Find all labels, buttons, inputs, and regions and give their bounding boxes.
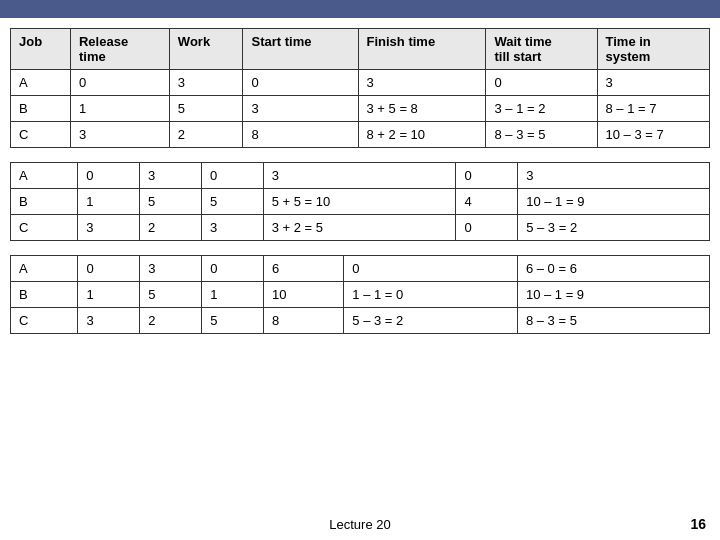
table-cell: 0 xyxy=(201,163,263,189)
table-3: A030606 – 0 = 6B151101 – 1 = 010 – 1 = 9… xyxy=(10,255,710,334)
table-cell: 1 xyxy=(78,189,140,215)
table-cell: 5 xyxy=(169,96,243,122)
table-cell: 5 xyxy=(201,189,263,215)
page-number: 16 xyxy=(690,516,706,532)
table-1: Job Releasetime Work Start time Finish t… xyxy=(10,28,710,148)
table-cell: 3 + 5 = 8 xyxy=(358,96,486,122)
table-cell: A xyxy=(11,256,78,282)
table-cell: 3 xyxy=(358,70,486,96)
table-cell: B xyxy=(11,189,78,215)
table-cell: 3 xyxy=(78,308,140,334)
table-row: A030303 xyxy=(11,163,710,189)
col-start-time: Start time xyxy=(243,29,358,70)
table-cell: C xyxy=(11,308,78,334)
table-cell: 0 xyxy=(456,163,518,189)
col-time-in-system: Time insystem xyxy=(597,29,709,70)
table-cell: 0 xyxy=(78,163,140,189)
table-row: C3288 + 2 = 108 – 3 = 510 – 3 = 7 xyxy=(11,122,710,148)
table-cell: 1 xyxy=(202,282,264,308)
table-cell: 8 – 1 = 7 xyxy=(597,96,709,122)
table-2: A030303B1555 + 5 = 10410 – 1 = 9C3233 + … xyxy=(10,162,710,241)
table-cell: 8 + 2 = 10 xyxy=(358,122,486,148)
table-cell: 3 xyxy=(263,163,456,189)
table-cell: 3 xyxy=(169,70,243,96)
table-cell: 0 xyxy=(202,256,264,282)
table-row: B151101 – 1 = 010 – 1 = 9 xyxy=(11,282,710,308)
table-cell: 8 xyxy=(264,308,344,334)
table-cell: 2 xyxy=(140,215,202,241)
table-cell: B xyxy=(11,282,78,308)
table-cell: 1 – 1 = 0 xyxy=(344,282,518,308)
table-cell: 5 – 3 = 2 xyxy=(518,215,710,241)
table-cell: C xyxy=(11,215,78,241)
table-cell: 3 xyxy=(140,163,202,189)
table-cell: 3 xyxy=(70,122,169,148)
col-job: Job xyxy=(11,29,71,70)
table-cell: 0 xyxy=(344,256,518,282)
table-cell: 3 + 2 = 5 xyxy=(263,215,456,241)
table-cell: 6 xyxy=(264,256,344,282)
table-cell: 5 – 3 = 2 xyxy=(344,308,518,334)
table-cell: 1 xyxy=(70,96,169,122)
table-cell: 3 – 1 = 2 xyxy=(486,96,597,122)
table-row: A030303 xyxy=(11,70,710,96)
table-cell: 5 xyxy=(202,308,264,334)
table-cell: A xyxy=(11,70,71,96)
table-cell: 10 – 3 = 7 xyxy=(597,122,709,148)
col-wait-time: Wait timetill start xyxy=(486,29,597,70)
table-row: C32585 – 3 = 28 – 3 = 5 xyxy=(11,308,710,334)
table-cell: 6 – 0 = 6 xyxy=(517,256,709,282)
header-bar xyxy=(0,0,720,18)
table-cell: 3 xyxy=(78,215,140,241)
table-cell: 2 xyxy=(169,122,243,148)
table-cell: 2 xyxy=(140,308,202,334)
table-cell: 10 xyxy=(264,282,344,308)
table-cell: 5 xyxy=(140,189,202,215)
col-finish-time: Finish time xyxy=(358,29,486,70)
table-cell: 3 xyxy=(518,163,710,189)
table-cell: 10 – 1 = 9 xyxy=(517,282,709,308)
table-cell: 0 xyxy=(70,70,169,96)
table-cell: B xyxy=(11,96,71,122)
table-cell: 0 xyxy=(78,256,140,282)
table-cell: 8 – 3 = 5 xyxy=(486,122,597,148)
content-area: Job Releasetime Work Start time Finish t… xyxy=(0,18,720,334)
table-cell: 10 – 1 = 9 xyxy=(518,189,710,215)
table-cell: 3 xyxy=(140,256,202,282)
table-cell: A xyxy=(11,163,78,189)
table-cell: 1 xyxy=(78,282,140,308)
table-cell: 3 xyxy=(243,96,358,122)
col-work: Work xyxy=(169,29,243,70)
table-cell: 4 xyxy=(456,189,518,215)
table-row: B1555 + 5 = 10410 – 1 = 9 xyxy=(11,189,710,215)
table-row: A030606 – 0 = 6 xyxy=(11,256,710,282)
col-release-time: Releasetime xyxy=(70,29,169,70)
table-cell: 0 xyxy=(243,70,358,96)
table-cell: 8 xyxy=(243,122,358,148)
table-cell: 5 + 5 = 10 xyxy=(263,189,456,215)
table-row: C3233 + 2 = 505 – 3 = 2 xyxy=(11,215,710,241)
table-cell: 0 xyxy=(486,70,597,96)
lecture-label: Lecture 20 xyxy=(329,517,390,532)
table-cell: 3 xyxy=(597,70,709,96)
table-cell: C xyxy=(11,122,71,148)
table-row: B1533 + 5 = 83 – 1 = 28 – 1 = 7 xyxy=(11,96,710,122)
table-cell: 3 xyxy=(201,215,263,241)
table-cell: 0 xyxy=(456,215,518,241)
table-cell: 8 – 3 = 5 xyxy=(517,308,709,334)
table-cell: 5 xyxy=(140,282,202,308)
